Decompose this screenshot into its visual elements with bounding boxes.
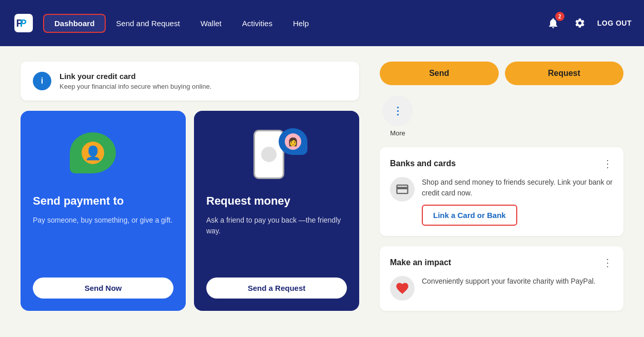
send-button[interactable]: Send — [380, 62, 499, 85]
impact-description: Conveniently support your favorite chari… — [422, 276, 596, 287]
banks-cards-title: Banks and cards — [390, 159, 456, 168]
nav-send-request[interactable]: Send and Request — [106, 15, 190, 32]
impact-header: Make an impact ⋮ — [390, 256, 613, 269]
request-money-card[interactable]: 👩 Request money Ask a friend to pay you … — [194, 111, 359, 311]
link-card-bank-button[interactable]: Link a Card or Bank — [422, 205, 517, 226]
request-button[interactable]: Request — [505, 62, 624, 85]
impact-menu[interactable]: ⋮ — [602, 256, 613, 269]
main-content: i Link your credit card Keep your financ… — [0, 46, 644, 337]
request-illustration: 👩 — [206, 127, 347, 184]
banks-cards-header: Banks and cards ⋮ — [390, 157, 613, 170]
notification-bell-button[interactable]: 2 — [544, 14, 562, 32]
action-buttons: Send Request — [380, 62, 623, 85]
more-section: ⋮ More — [380, 95, 416, 137]
banks-cards-menu[interactable]: ⋮ — [602, 157, 613, 170]
impact-body: Conveniently support your favorite chari… — [390, 276, 613, 301]
send-now-button[interactable]: Send Now — [33, 277, 173, 299]
more-button[interactable]: ⋮ — [382, 95, 413, 126]
request-card-title: Request money — [206, 194, 290, 209]
send-card-title: Send payment to — [33, 194, 124, 209]
charity-icon — [390, 276, 415, 301]
info-banner: i Link your credit card Keep your financ… — [21, 62, 359, 101]
paypal-logo: P P — [12, 12, 35, 34]
impact-section: Make an impact ⋮ Conveniently support yo… — [380, 246, 623, 311]
nav-items: Dashboard Send and Request Wallet Activi… — [43, 14, 544, 33]
bank-icon — [390, 177, 415, 202]
notification-badge: 2 — [555, 12, 564, 21]
info-text: Link your credit card Keep your financia… — [60, 72, 211, 90]
right-panel: Send Request ⋮ More Banks and cards ⋮ Sh… — [380, 62, 623, 322]
left-panel: i Link your credit card Keep your financ… — [21, 62, 359, 322]
settings-button[interactable] — [571, 14, 589, 32]
banks-cards-description: Shop and send money to friends securely.… — [422, 177, 613, 199]
info-icon: i — [33, 72, 51, 90]
send-request-button[interactable]: Send a Request — [206, 277, 347, 299]
nav-wallet[interactable]: Wallet — [190, 15, 232, 32]
nav-help[interactable]: Help — [283, 15, 319, 32]
send-illustration: 👤 — [33, 127, 173, 184]
logout-button[interactable]: LOG OUT — [597, 19, 632, 27]
svg-text:P: P — [20, 17, 27, 29]
nav-right: 2 LOG OUT — [544, 14, 632, 32]
request-card-description: Ask a friend to pay you back —the friend… — [206, 215, 347, 236]
impact-title: Make an impact — [390, 258, 451, 267]
send-payment-card[interactable]: 👤 Send payment to Pay someone, buy somet… — [21, 111, 186, 311]
info-title: Link your credit card — [60, 72, 211, 81]
cards-row: 👤 Send payment to Pay someone, buy somet… — [21, 111, 359, 311]
banks-cards-content: Shop and send money to friends securely.… — [422, 177, 613, 226]
banks-cards-section: Banks and cards ⋮ Shop and send money to… — [380, 147, 623, 236]
banks-cards-body: Shop and send money to friends securely.… — [390, 177, 613, 226]
more-label: More — [390, 129, 405, 137]
nav-activities[interactable]: Activities — [232, 15, 283, 32]
info-description: Keep your financial info secure when buy… — [60, 83, 211, 90]
nav-dashboard[interactable]: Dashboard — [43, 14, 106, 33]
send-card-description: Pay someone, buy something, or give a gi… — [33, 215, 172, 226]
navbar: P P Dashboard Send and Request Wallet Ac… — [0, 0, 644, 46]
